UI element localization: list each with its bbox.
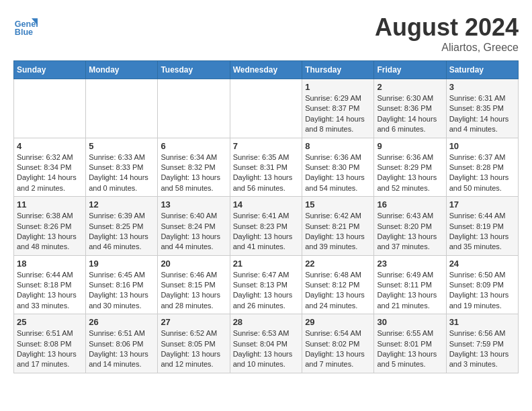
day-info: Sunrise: 6:48 AM Sunset: 8:12 PM Dayligh… xyxy=(305,270,371,312)
day-info: Sunrise: 6:49 AM Sunset: 8:11 PM Dayligh… xyxy=(377,270,443,312)
calendar-cell: 10Sunrise: 6:37 AM Sunset: 8:28 PM Dayli… xyxy=(446,138,518,197)
calendar-cell: 27Sunrise: 6:52 AM Sunset: 8:05 PM Dayli… xyxy=(158,314,230,373)
day-info: Sunrise: 6:34 AM Sunset: 8:32 PM Dayligh… xyxy=(161,152,226,194)
day-number: 20 xyxy=(161,259,226,269)
day-number: 1 xyxy=(305,82,371,92)
week-row-3: 18Sunrise: 6:44 AM Sunset: 8:18 PM Dayli… xyxy=(14,255,519,314)
calendar-cell: 28Sunrise: 6:53 AM Sunset: 8:04 PM Dayli… xyxy=(230,314,302,373)
calendar-cell: 31Sunrise: 6:56 AM Sunset: 7:59 PM Dayli… xyxy=(446,314,518,373)
week-row-4: 25Sunrise: 6:51 AM Sunset: 8:08 PM Dayli… xyxy=(14,314,519,373)
header-monday: Monday xyxy=(86,61,158,79)
calendar-cell: 15Sunrise: 6:42 AM Sunset: 8:21 PM Dayli… xyxy=(302,197,374,256)
day-info: Sunrise: 6:43 AM Sunset: 8:20 PM Dayligh… xyxy=(377,211,443,253)
calendar-cell: 12Sunrise: 6:39 AM Sunset: 8:25 PM Dayli… xyxy=(86,197,158,256)
calendar-cell: 25Sunrise: 6:51 AM Sunset: 8:08 PM Dayli… xyxy=(14,314,86,373)
title-block: August 2024 Aliartos, Greece xyxy=(375,13,519,54)
day-number: 26 xyxy=(89,317,154,327)
day-number: 31 xyxy=(449,317,515,327)
day-number: 6 xyxy=(161,141,226,151)
calendar-cell: 14Sunrise: 6:41 AM Sunset: 8:23 PM Dayli… xyxy=(230,197,302,256)
day-number: 27 xyxy=(161,317,226,327)
day-number: 22 xyxy=(305,259,371,269)
calendar-cell: 18Sunrise: 6:44 AM Sunset: 8:18 PM Dayli… xyxy=(14,255,86,314)
calendar-cell: 17Sunrise: 6:44 AM Sunset: 8:19 PM Dayli… xyxy=(446,197,518,256)
calendar-cell xyxy=(86,79,158,138)
day-info: Sunrise: 6:41 AM Sunset: 8:23 PM Dayligh… xyxy=(233,211,300,253)
day-info: Sunrise: 6:45 AM Sunset: 8:16 PM Dayligh… xyxy=(89,270,154,312)
day-info: Sunrise: 6:55 AM Sunset: 8:01 PM Dayligh… xyxy=(377,328,443,370)
day-number: 9 xyxy=(377,141,443,151)
calendar-cell: 26Sunrise: 6:51 AM Sunset: 8:06 PM Dayli… xyxy=(86,314,158,373)
day-info: Sunrise: 6:36 AM Sunset: 8:30 PM Dayligh… xyxy=(305,152,371,194)
day-number: 17 xyxy=(449,199,515,210)
week-row-0: 1Sunrise: 6:29 AM Sunset: 8:37 PM Daylig… xyxy=(14,79,519,138)
calendar-cell: 29Sunrise: 6:54 AM Sunset: 8:02 PM Dayli… xyxy=(302,314,374,373)
calendar-cell: 20Sunrise: 6:46 AM Sunset: 8:15 PM Dayli… xyxy=(158,255,230,314)
day-number: 4 xyxy=(17,141,83,151)
calendar-cell: 2Sunrise: 6:30 AM Sunset: 8:36 PM Daylig… xyxy=(374,79,446,138)
day-info: Sunrise: 6:51 AM Sunset: 8:06 PM Dayligh… xyxy=(89,328,154,370)
day-info: Sunrise: 6:56 AM Sunset: 7:59 PM Dayligh… xyxy=(449,328,515,370)
header-thursday: Thursday xyxy=(302,61,374,79)
calendar-cell: 5Sunrise: 6:33 AM Sunset: 8:33 PM Daylig… xyxy=(86,138,158,197)
day-number: 11 xyxy=(17,199,83,210)
calendar-cell xyxy=(230,79,302,138)
day-number: 10 xyxy=(449,141,515,151)
day-info: Sunrise: 6:46 AM Sunset: 8:15 PM Dayligh… xyxy=(161,270,226,312)
month-year: August 2024 xyxy=(375,13,519,42)
day-number: 23 xyxy=(377,259,443,269)
logo: General Blue xyxy=(13,13,38,38)
day-number: 7 xyxy=(233,141,300,151)
calendar-body: 1Sunrise: 6:29 AM Sunset: 8:37 PM Daylig… xyxy=(14,79,519,373)
calendar-cell: 1Sunrise: 6:29 AM Sunset: 8:37 PM Daylig… xyxy=(302,79,374,138)
calendar-cell xyxy=(14,79,86,138)
day-info: Sunrise: 6:33 AM Sunset: 8:33 PM Dayligh… xyxy=(89,152,154,194)
calendar-cell: 22Sunrise: 6:48 AM Sunset: 8:12 PM Dayli… xyxy=(302,255,374,314)
day-info: Sunrise: 6:29 AM Sunset: 8:37 PM Dayligh… xyxy=(305,93,371,135)
day-number: 21 xyxy=(233,259,300,269)
calendar-cell: 4Sunrise: 6:32 AM Sunset: 8:34 PM Daylig… xyxy=(14,138,86,197)
day-number: 19 xyxy=(89,259,154,269)
day-info: Sunrise: 6:51 AM Sunset: 8:08 PM Dayligh… xyxy=(17,328,83,370)
day-info: Sunrise: 6:39 AM Sunset: 8:25 PM Dayligh… xyxy=(89,211,154,253)
day-number: 25 xyxy=(17,317,83,327)
calendar-cell: 6Sunrise: 6:34 AM Sunset: 8:32 PM Daylig… xyxy=(158,138,230,197)
calendar-cell: 30Sunrise: 6:55 AM Sunset: 8:01 PM Dayli… xyxy=(374,314,446,373)
day-number: 5 xyxy=(89,141,154,151)
header-wednesday: Wednesday xyxy=(230,61,302,79)
calendar-cell: 24Sunrise: 6:50 AM Sunset: 8:09 PM Dayli… xyxy=(446,255,518,314)
day-number: 12 xyxy=(89,199,154,210)
day-number: 16 xyxy=(377,199,443,210)
calendar-cell: 9Sunrise: 6:36 AM Sunset: 8:29 PM Daylig… xyxy=(374,138,446,197)
day-info: Sunrise: 6:53 AM Sunset: 8:04 PM Dayligh… xyxy=(233,328,300,370)
day-info: Sunrise: 6:32 AM Sunset: 8:34 PM Dayligh… xyxy=(17,152,83,194)
calendar-cell: 7Sunrise: 6:35 AM Sunset: 8:31 PM Daylig… xyxy=(230,138,302,197)
calendar-cell: 16Sunrise: 6:43 AM Sunset: 8:20 PM Dayli… xyxy=(374,197,446,256)
svg-text:Blue: Blue xyxy=(15,28,33,37)
day-info: Sunrise: 6:38 AM Sunset: 8:26 PM Dayligh… xyxy=(17,211,83,253)
day-number: 3 xyxy=(449,82,515,92)
header-friday: Friday xyxy=(374,61,446,79)
day-info: Sunrise: 6:50 AM Sunset: 8:09 PM Dayligh… xyxy=(449,270,515,312)
day-info: Sunrise: 6:30 AM Sunset: 8:36 PM Dayligh… xyxy=(377,93,443,135)
calendar-cell: 13Sunrise: 6:40 AM Sunset: 8:24 PM Dayli… xyxy=(158,197,230,256)
day-number: 14 xyxy=(233,199,300,210)
day-info: Sunrise: 6:54 AM Sunset: 8:02 PM Dayligh… xyxy=(305,328,371,370)
calendar-cell: 19Sunrise: 6:45 AM Sunset: 8:16 PM Dayli… xyxy=(86,255,158,314)
calendar-cell: 8Sunrise: 6:36 AM Sunset: 8:30 PM Daylig… xyxy=(302,138,374,197)
calendar-header-row: SundayMondayTuesdayWednesdayThursdayFrid… xyxy=(14,61,519,79)
calendar-cell: 21Sunrise: 6:47 AM Sunset: 8:13 PM Dayli… xyxy=(230,255,302,314)
day-number: 24 xyxy=(449,259,515,269)
day-info: Sunrise: 6:36 AM Sunset: 8:29 PM Dayligh… xyxy=(377,152,443,194)
week-row-2: 11Sunrise: 6:38 AM Sunset: 8:26 PM Dayli… xyxy=(14,197,519,256)
header-sunday: Sunday xyxy=(14,61,86,79)
day-number: 29 xyxy=(305,317,371,327)
header-tuesday: Tuesday xyxy=(158,61,230,79)
day-info: Sunrise: 6:35 AM Sunset: 8:31 PM Dayligh… xyxy=(233,152,300,194)
day-info: Sunrise: 6:47 AM Sunset: 8:13 PM Dayligh… xyxy=(233,270,300,312)
day-info: Sunrise: 6:40 AM Sunset: 8:24 PM Dayligh… xyxy=(161,211,226,253)
day-number: 18 xyxy=(17,259,83,269)
calendar-cell: 11Sunrise: 6:38 AM Sunset: 8:26 PM Dayli… xyxy=(14,197,86,256)
calendar-cell xyxy=(158,79,230,138)
day-info: Sunrise: 6:42 AM Sunset: 8:21 PM Dayligh… xyxy=(305,211,371,253)
